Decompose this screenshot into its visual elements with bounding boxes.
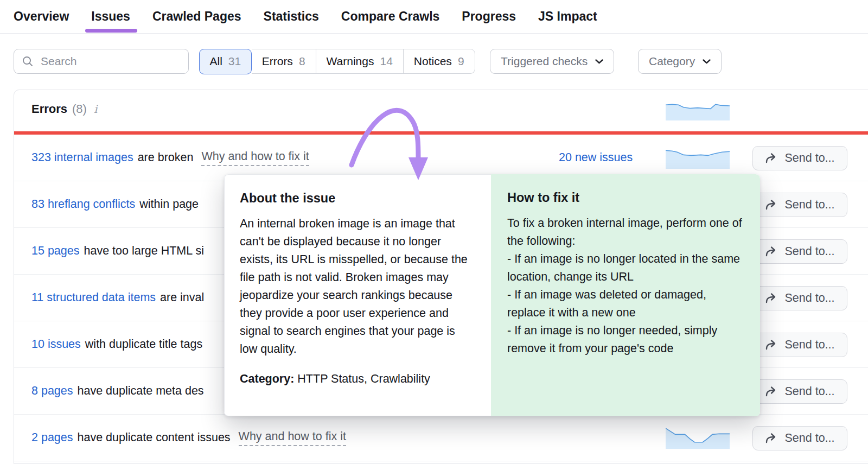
send-to-button[interactable]: Send to... — [752, 286, 847, 310]
send-arrow-icon — [765, 246, 778, 258]
how-to-fix-text: To fix a broken internal image, perform … — [507, 214, 744, 358]
send-to-label: Send to... — [784, 151, 834, 165]
info-icon[interactable]: i — [94, 103, 97, 116]
issue-text: 83 hreflang conflicts within page — [31, 181, 199, 227]
category-dropdown[interactable]: Category — [638, 49, 722, 74]
filter-warnings-label: Warnings — [327, 55, 374, 68]
issue-category-line: Category: HTTP Status, Crawlability — [240, 372, 476, 386]
severity-filter-group: All 31 Errors 8 Warnings 14 Notices 9 — [199, 49, 475, 74]
send-to-button[interactable]: Send to... — [752, 193, 847, 217]
tab-statistics[interactable]: Statistics — [264, 9, 319, 24]
issue-text: 15 pages have too large HTML si — [31, 228, 204, 274]
send-arrow-icon — [765, 386, 778, 398]
chevron-down-icon — [595, 59, 603, 64]
errors-panel-title: Errors (8) i — [31, 102, 97, 116]
tab-compare-crawls[interactable]: Compare Crawls — [341, 9, 440, 24]
about-the-issue-text: An internal broken image is an image tha… — [240, 215, 476, 358]
issue-count-link[interactable]: 2 pages — [31, 431, 73, 444]
tab-statistics-label: Statistics — [264, 9, 319, 23]
why-how-to-fix-link[interactable]: Why and how to fix it — [239, 430, 346, 446]
filter-all-button[interactable]: All 31 — [199, 49, 252, 74]
send-to-label: Send to... — [784, 338, 834, 352]
tab-progress-label: Progress — [462, 9, 516, 23]
issue-description: with duplicate title tags — [85, 338, 202, 351]
send-to-button[interactable]: Send to... — [752, 426, 847, 450]
issue-description: have too large HTML si — [84, 244, 203, 258]
tab-progress[interactable]: Progress — [462, 9, 516, 24]
search-box — [14, 49, 189, 74]
triggered-checks-label: Triggered checks — [501, 55, 588, 68]
issue-count-link[interactable]: 10 issues — [31, 338, 81, 351]
issue-text: 10 issues with duplicate title tags — [31, 321, 202, 367]
search-input[interactable] — [41, 55, 181, 68]
issue-description: have duplicate content issues — [78, 431, 231, 444]
issue-count-link[interactable]: 8 pages — [31, 384, 73, 398]
filter-warnings-count: 14 — [380, 55, 392, 68]
filter-notices-label: Notices — [414, 55, 452, 68]
about-the-issue-title: About the issue — [240, 191, 476, 206]
category-dropdown-label: Category — [649, 55, 695, 68]
filter-errors-button[interactable]: Errors 8 — [252, 49, 316, 74]
send-arrow-icon — [765, 153, 778, 164]
filter-all-count: 31 — [228, 55, 241, 68]
send-to-button[interactable]: Send to... — [752, 333, 847, 357]
send-arrow-icon — [765, 199, 778, 211]
errors-title-text: Errors — [31, 102, 67, 116]
issue-description: are broken — [138, 151, 194, 164]
site-audit-issues-page: Overview Issues Crawled Pages Statistics… — [0, 0, 868, 470]
tab-issues-label: Issues — [91, 9, 130, 23]
issue-count-link[interactable]: 15 pages — [31, 244, 79, 258]
how-to-fix-title: How to fix it — [507, 190, 744, 205]
send-to-label: Send to... — [784, 385, 834, 398]
issue-count-link[interactable]: 11 structured data items — [31, 291, 156, 304]
tab-overview[interactable]: Overview — [14, 9, 69, 24]
filter-errors-label: Errors — [262, 55, 293, 68]
issue-row-duplicate-content: 2 pages have duplicate content issues Wh… — [14, 415, 868, 461]
send-arrow-icon — [765, 339, 778, 351]
tabs-divider — [0, 33, 868, 34]
issue-trend-sparkline — [666, 427, 730, 449]
filter-notices-count: 9 — [458, 55, 464, 68]
filter-errors-count: 8 — [299, 55, 305, 68]
tab-overview-label: Overview — [14, 9, 69, 23]
category-label: Category: — [240, 372, 294, 385]
tab-compare-crawls-label: Compare Crawls — [341, 9, 440, 23]
tab-crawled-pages-label: Crawled Pages — [152, 9, 241, 23]
filter-notices-button[interactable]: Notices 9 — [404, 49, 475, 74]
issue-text: 11 structured data items are inval — [31, 275, 204, 321]
top-tab-bar: Overview Issues Crawled Pages Statistics… — [14, 0, 597, 33]
active-tab-underline — [85, 29, 137, 33]
issue-description: are inval — [160, 291, 204, 304]
search-icon — [22, 55, 34, 67]
filter-row: All 31 Errors 8 Warnings 14 Notices 9 Tr… — [0, 49, 868, 74]
send-arrow-icon — [765, 433, 778, 444]
errors-trend-sparkline — [666, 101, 730, 120]
filter-warnings-button[interactable]: Warnings 14 — [316, 49, 404, 74]
send-to-button[interactable]: Send to... — [752, 146, 847, 170]
tab-issues[interactable]: Issues — [91, 9, 130, 24]
errors-panel-header: Errors (8) i — [14, 90, 868, 131]
tab-crawled-pages[interactable]: Crawled Pages — [152, 9, 241, 24]
why-how-to-fix-link[interactable]: Why and how to fix it — [201, 150, 309, 166]
about-the-issue-panel: About the issue An internal broken image… — [224, 174, 491, 416]
chevron-down-icon — [703, 59, 711, 64]
issue-count-link[interactable]: 83 hreflang conflicts — [31, 198, 135, 211]
send-to-button[interactable]: Send to... — [752, 379, 847, 404]
send-arrow-icon — [765, 293, 778, 304]
issue-description: within page — [139, 198, 199, 211]
issue-text: 2 pages have duplicate content issues Wh… — [31, 415, 346, 461]
issue-count-link[interactable]: 323 internal images — [31, 151, 133, 164]
issue-description: have duplicate meta des — [78, 384, 204, 398]
how-to-fix-panel: How to fix it To fix a broken internal i… — [491, 174, 760, 416]
triggered-checks-dropdown[interactable]: Triggered checks — [490, 49, 614, 74]
errors-count: (8) — [72, 102, 87, 116]
issue-text: 8 pages have duplicate meta des — [31, 368, 204, 414]
category-value: HTTP Status, Crawlability — [294, 372, 430, 385]
send-to-label: Send to... — [784, 245, 834, 258]
send-to-button[interactable]: Send to... — [752, 239, 847, 264]
tab-js-impact[interactable]: JS Impact — [538, 9, 597, 24]
issue-trend-sparkline — [666, 147, 730, 169]
send-to-label: Send to... — [784, 291, 834, 305]
filter-all-label: All — [210, 55, 222, 68]
send-to-label: Send to... — [784, 198, 834, 212]
